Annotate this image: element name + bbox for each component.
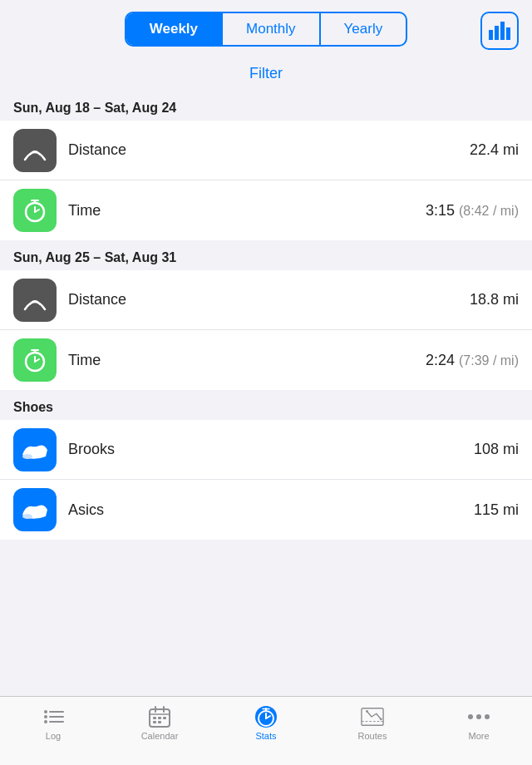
chart-view-button[interactable] [480,12,519,50]
weekly-tab[interactable]: Weekly [126,13,223,45]
distance-icon-week2 [13,279,57,322]
svg-rect-27 [158,717,161,719]
log-icon [42,705,65,728]
distance-label-week2: Distance [68,291,470,308]
bar-chart-icon [489,22,510,40]
svg-rect-28 [163,717,166,719]
table-row: Distance 18.8 mi [0,270,532,330]
tab-routes-label: Routes [358,731,387,741]
card-week2: Distance 18.8 mi Time 2:24 (7:39 / mi) [0,270,532,390]
top-bar: Weekly Monthly Yearly [0,0,532,55]
more-icon [467,705,490,728]
brooks-label: Brooks [68,441,474,458]
svg-point-38 [366,710,368,713]
asics-icon [13,488,57,531]
svg-point-39 [380,718,382,720]
time-icon-week1 [13,189,57,232]
card-week1: Distance 22.4 mi Time 3:15 (8:42 / mi) [0,121,532,240]
svg-rect-1 [495,26,499,40]
time-label-week2: Time [68,352,426,369]
distance-icon-week1 [13,129,57,172]
calendar-icon [148,705,171,728]
segment-control: Weekly Monthly Yearly [125,12,407,47]
svg-rect-3 [506,27,510,40]
svg-rect-26 [153,717,156,719]
asics-value: 115 mi [474,501,519,519]
tab-routes[interactable]: Routes [339,705,406,741]
card-shoes: Brooks 108 mi Asics 115 mi [0,420,532,540]
tab-stats[interactable]: Stats [233,705,299,741]
tab-stats-label: Stats [255,731,276,741]
svg-point-15 [22,514,32,519]
tab-log-label: Log [46,731,61,741]
svg-point-14 [22,454,32,459]
distance-label-week1: Distance [68,141,470,159]
brooks-value: 108 mi [474,441,519,458]
table-row: Asics 115 mi [0,480,532,540]
time-icon-week2 [13,338,57,382]
section-title-week2: Sun, Aug 25 – Sat, Aug 31 [13,250,176,264]
table-row: Distance 22.4 mi [0,121,532,180]
svg-point-42 [476,714,481,719]
routes-icon [361,705,384,728]
section-header-week2: Sun, Aug 25 – Sat, Aug 31 [0,240,532,270]
table-row: Brooks 108 mi [0,420,532,480]
distance-value-week2: 18.8 mi [470,291,519,308]
tab-calendar[interactable]: Calendar [126,705,193,741]
yearly-tab[interactable]: Yearly [321,13,406,45]
svg-point-43 [485,714,490,719]
time-label-week1: Time [68,202,426,220]
tab-calendar-label: Calendar [141,731,179,741]
stats-icon [254,705,278,728]
brooks-icon [13,428,57,471]
time-value-week1: 3:15 (8:42 / mi) [426,202,519,220]
table-row: Time 3:15 (8:42 / mi) [0,180,532,240]
svg-point-18 [44,720,47,723]
tab-more-label: More [468,731,489,741]
tab-more[interactable]: More [446,705,512,741]
tab-log[interactable]: Log [20,705,86,741]
svg-rect-30 [158,721,161,723]
svg-rect-0 [489,30,493,40]
monthly-tab[interactable]: Monthly [223,13,321,45]
section-title-week1: Sun, Aug 18 – Sat, Aug 24 [13,101,176,115]
filter-label[interactable]: Filter [249,65,283,81]
svg-point-41 [468,714,473,719]
distance-value-week1: 22.4 mi [470,141,519,159]
svg-point-16 [44,710,47,713]
filter-row[interactable]: Filter [0,55,532,91]
svg-point-17 [44,715,47,718]
svg-rect-29 [153,721,156,723]
section-header-week1: Sun, Aug 18 – Sat, Aug 24 [0,91,532,121]
tab-bar: Log Calendar [0,696,532,765]
section-header-shoes: Shoes [0,390,532,420]
svg-rect-2 [500,22,505,40]
section-title-shoes: Shoes [13,400,53,414]
table-row: Time 2:24 (7:39 / mi) [0,330,532,390]
time-value-week2: 2:24 (7:39 / mi) [426,352,519,369]
asics-label: Asics [68,501,474,519]
